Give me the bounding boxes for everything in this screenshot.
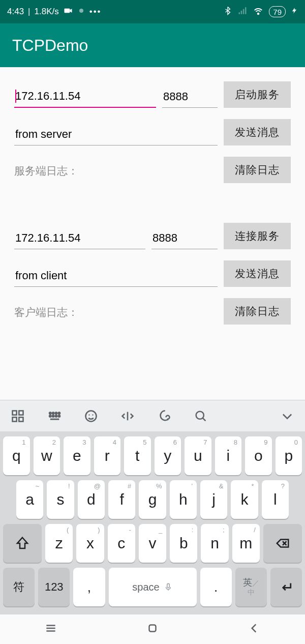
svg-rect-19 — [167, 583, 169, 588]
keyboard-row-3: (z)x-c_v:b;n/m — [3, 524, 302, 563]
server-msg-input[interactable] — [14, 125, 218, 145]
svg-point-16 — [88, 414, 89, 415]
key-q[interactable]: 1q — [3, 436, 30, 475]
nav-recent-icon[interactable] — [44, 622, 57, 637]
symbols-key[interactable]: 符 — [3, 568, 35, 606]
key-s[interactable]: !s — [47, 480, 74, 519]
signal-icon — [237, 6, 248, 18]
backspace-key[interactable] — [263, 524, 302, 563]
key-t[interactable]: 5t — [124, 436, 151, 475]
key-f[interactable]: #f — [108, 480, 135, 519]
key-v[interactable]: _v — [139, 524, 166, 563]
svg-point-17 — [92, 414, 93, 415]
keyboard-row-2: ~a!s@d#f%g'h&j*k?l — [3, 480, 302, 519]
svg-point-1 — [79, 9, 83, 13]
svg-point-7 — [52, 412, 54, 414]
emoji-icon[interactable] — [83, 408, 99, 424]
svg-point-8 — [55, 412, 57, 414]
nav-back-icon[interactable] — [248, 622, 261, 637]
text-caret — [15, 90, 16, 103]
svg-rect-14 — [50, 418, 59, 420]
keyboard-icon[interactable] — [47, 408, 62, 424]
client-log-label: 客户端日志： — [14, 305, 218, 325]
charging-icon — [291, 7, 298, 17]
status-netspeed: 1.8K/s — [35, 7, 59, 17]
key-p[interactable]: 0p — [276, 436, 302, 475]
key-d[interactable]: @d — [78, 480, 105, 519]
status-time: 4:43 — [7, 7, 24, 17]
client-send-button[interactable]: 发送消息 — [224, 260, 291, 287]
connect-server-button[interactable]: 连接服务 — [224, 223, 291, 249]
space-key[interactable]: space — [109, 568, 197, 606]
grid-icon[interactable] — [10, 408, 25, 424]
keyboard-row-4: 符 123 , space . 英／ 中 — [3, 568, 302, 606]
keyboard-toolbar — [0, 400, 305, 431]
nav-home-icon[interactable] — [146, 622, 159, 637]
key-b[interactable]: :b — [170, 524, 197, 563]
key-u[interactable]: 7u — [185, 436, 211, 475]
key-k[interactable]: *k — [231, 480, 258, 519]
server-log-label: 服务端日志： — [14, 164, 218, 183]
key-h[interactable]: 'h — [170, 480, 197, 519]
key-g[interactable]: %g — [139, 480, 166, 519]
period-key[interactable]: . — [200, 568, 232, 606]
collapse-keyboard-icon[interactable] — [280, 408, 295, 424]
server-ip-wrap — [14, 86, 156, 108]
svg-rect-4 — [13, 417, 17, 421]
enter-key[interactable] — [270, 568, 302, 606]
shift-key[interactable] — [3, 524, 42, 563]
start-server-button[interactable]: 启动服务 — [224, 81, 291, 108]
server-ip-input[interactable] — [14, 86, 156, 108]
svg-rect-2 — [13, 411, 17, 415]
camera-icon — [63, 6, 73, 18]
key-n[interactable]: ;n — [201, 524, 228, 563]
record-dot-icon — [77, 7, 85, 17]
section-gap — [14, 194, 291, 223]
server-send-button[interactable]: 发送消息 — [224, 119, 291, 145]
key-y[interactable]: 6y — [155, 436, 181, 475]
key-a[interactable]: ~a — [16, 480, 43, 519]
app-title: TCPDemo — [12, 36, 88, 55]
soft-keyboard: 1q2w3e4r5t6y7u8i9o0p ~a!s@d#f%g'h&j*k?l … — [0, 400, 305, 644]
comma-key[interactable]: , — [73, 568, 105, 606]
key-w[interactable]: 2w — [34, 436, 60, 475]
svg-point-11 — [52, 415, 54, 417]
search-icon[interactable] — [193, 408, 208, 424]
key-m[interactable]: /m — [232, 524, 260, 563]
lang-bot: 中 — [248, 588, 255, 596]
key-e[interactable]: 3e — [64, 436, 90, 475]
client-msg-input[interactable] — [14, 266, 218, 287]
key-x[interactable]: )x — [76, 524, 104, 563]
svg-point-10 — [49, 415, 51, 417]
language-key[interactable]: 英／ 中 — [235, 568, 267, 606]
clipboard-icon[interactable] — [157, 408, 172, 424]
key-o[interactable]: 9o — [245, 436, 272, 475]
key-j[interactable]: &j — [200, 480, 227, 519]
battery-value: 79 — [273, 8, 282, 16]
svg-point-18 — [196, 411, 204, 419]
app-bar: TCPDemo — [0, 23, 305, 67]
server-port-input[interactable] — [162, 87, 218, 108]
svg-point-9 — [58, 412, 60, 414]
key-i[interactable]: 8i — [215, 436, 242, 475]
svg-rect-20 — [149, 625, 156, 632]
key-r[interactable]: 4r — [94, 436, 121, 475]
client-port-input[interactable] — [151, 228, 218, 249]
server-clear-button[interactable]: 清除日志 — [224, 157, 291, 183]
svg-point-6 — [49, 412, 51, 414]
key-z[interactable]: (z — [45, 524, 73, 563]
server-msg-row: 发送消息 — [14, 119, 291, 145]
svg-rect-0 — [64, 8, 70, 12]
server-log-row: 服务端日志： 清除日志 — [14, 157, 291, 183]
client-clear-button[interactable]: 清除日志 — [224, 298, 291, 325]
cursor-move-icon[interactable] — [120, 408, 135, 424]
svg-point-12 — [55, 415, 57, 417]
space-label: space — [132, 581, 159, 593]
numbers-key[interactable]: 123 — [38, 568, 70, 606]
key-l[interactable]: ?l — [262, 480, 289, 519]
bluetooth-icon — [223, 6, 232, 18]
key-c[interactable]: -c — [108, 524, 135, 563]
android-navbar — [0, 614, 305, 644]
mic-icon — [164, 582, 173, 592]
client-ip-input[interactable] — [14, 228, 145, 249]
